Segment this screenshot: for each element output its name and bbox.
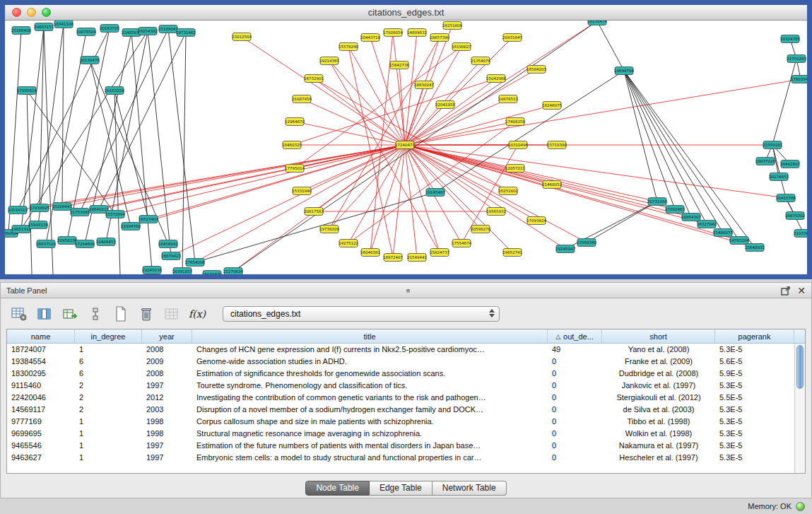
network-node[interactable]: 18310496 (508, 141, 528, 149)
network-node[interactable]: 20391857 (172, 268, 192, 275)
network-node[interactable]: 17654208 (185, 259, 205, 267)
network-node[interactable]: 17926054 (383, 29, 403, 37)
network-node[interactable]: 17284609 (75, 240, 95, 248)
network-graph[interactable]: 2516640920663151183411061987650420163725… (5, 21, 807, 274)
network-node[interactable]: 17092463 (665, 206, 685, 214)
show-columns-icon[interactable] (35, 305, 54, 323)
network-node[interactable]: 19214365 (319, 57, 339, 65)
network-node[interactable]: 18246975 (542, 102, 562, 110)
network-node[interactable]: 17240471 (395, 141, 415, 149)
network-node[interactable]: 15905138 (28, 221, 48, 229)
network-node[interactable]: 18630247 (414, 81, 434, 89)
network-node[interactable]: 18954307 (681, 214, 701, 221)
network-node[interactable]: 14809632 (407, 29, 427, 37)
network-node[interactable]: 19652741 (502, 249, 522, 257)
network-node[interactable]: 18837026 (755, 158, 775, 165)
network-node[interactable]: 18523407 (139, 216, 158, 223)
network-node[interactable]: 15648932 (745, 244, 765, 252)
network-node[interactable]: 15042968 (486, 75, 506, 83)
table-row[interactable]: 1938455462009Genome-wide association stu… (7, 356, 794, 368)
network-node[interactable]: 17093824 (526, 217, 546, 225)
export-table-icon[interactable] (60, 305, 80, 323)
network-node[interactable]: 16732901 (304, 75, 324, 83)
network-node[interactable]: 14275122 (339, 240, 358, 247)
network-node[interactable]: 15842736 (389, 62, 409, 69)
network-node[interactable]: 18460325 (282, 141, 302, 149)
network-node[interactable]: 16492807 (780, 160, 800, 168)
table-row[interactable]: 1872400712008Changes of HCN gene express… (7, 344, 794, 356)
network-node[interactable]: 21354076 (471, 57, 490, 65)
network-node[interactable]: 12964870 (285, 118, 305, 126)
network-node[interactable]: 20174653 (769, 173, 789, 181)
network-node[interactable]: 18341106 (54, 21, 73, 28)
network-node[interactable]: 12057211 (505, 165, 525, 173)
network-table-select[interactable]: citations_edges.txt (223, 306, 500, 322)
network-node[interactable]: 20163725 (100, 25, 119, 33)
network-node[interactable]: 21094768 (121, 223, 141, 230)
network-node[interactable]: 25166409 (11, 27, 31, 35)
table-panel-header[interactable]: Table Panel ✕ (1, 283, 811, 298)
network-node[interactable]: 21468052 (542, 181, 562, 189)
network-node[interactable]: 17603941 (791, 76, 807, 83)
network-node[interactable]: 18456092 (158, 240, 178, 248)
network-node[interactable]: 17095824 (17, 87, 37, 95)
import-table-icon[interactable] (162, 305, 182, 323)
network-node[interactable]: 20443718 (360, 34, 380, 42)
table-scrollbar[interactable] (794, 344, 805, 473)
column-header-year[interactable]: year (142, 329, 192, 343)
window-titlebar[interactable]: citations_edges.txt (5, 5, 807, 21)
function-builder-icon[interactable]: f(x) (187, 305, 207, 323)
column-header-short[interactable]: short (602, 329, 715, 343)
network-node[interactable]: 20817563 (304, 208, 324, 216)
network-node[interactable]: 17408259 (505, 118, 525, 126)
column-header-name[interactable]: name (7, 329, 75, 343)
close-window-button[interactable] (12, 8, 21, 17)
network-node[interactable]: 15578240 (339, 43, 358, 51)
network-node[interactable]: 17795014 (285, 165, 305, 173)
splitter-handle[interactable] (406, 289, 410, 293)
network-node[interactable]: 22041955 (435, 101, 455, 109)
network-node[interactable]: 21033654 (794, 230, 807, 238)
network-node[interactable]: 19565931 (486, 208, 506, 216)
network-node[interactable]: 20163258 (105, 87, 124, 95)
network-node[interactable]: 17554674 (452, 240, 471, 247)
network-node[interactable]: 16046381 (360, 249, 380, 257)
network-node[interactable]: 21486075 (713, 229, 733, 237)
network-node[interactable]: 19763204 (729, 237, 749, 245)
network-node[interactable]: 16584203 (526, 66, 546, 74)
column-header-pagerank[interactable]: pagerank (715, 329, 794, 343)
table-row[interactable]: 1456911722003Disruption of a novel membe… (7, 404, 794, 416)
tab-edge-table[interactable]: Edge Table (370, 481, 433, 496)
column-header-in-degree[interactable]: in_degree (75, 329, 142, 343)
network-node[interactable]: 23012584 (232, 33, 252, 41)
scrollbar-thumb[interactable] (796, 345, 804, 389)
close-panel-icon[interactable]: ✕ (797, 286, 806, 296)
network-node[interactable]: 16054382 (138, 28, 158, 35)
column-header-out-degree[interactable]: △ out_de... (548, 329, 602, 343)
network-node[interactable]: 20731958 (647, 198, 667, 206)
table-row[interactable]: 911546021997Tourette syndrome. Phenomeno… (7, 380, 794, 392)
network-node[interactable]: 15824737 (430, 249, 449, 257)
network-node[interactable]: 22750283 (787, 55, 806, 63)
network-node[interactable]: 19145467 (425, 189, 445, 197)
network-node[interactable]: 19245036 (142, 267, 162, 274)
tab-network-table[interactable]: Network Table (433, 481, 507, 496)
table-row[interactable]: 977716911998Corpus callosum shape and si… (7, 416, 794, 428)
network-node[interactable]: 16251809 (442, 22, 462, 30)
network-node[interactable]: 18130474 (587, 21, 607, 25)
network-node[interactable]: 19406853 (96, 238, 116, 246)
network-node[interactable]: 18657390 (430, 34, 449, 42)
network-node[interactable]: 19648794 (614, 67, 634, 75)
tab-node-table[interactable]: Node Table (305, 481, 370, 496)
network-node[interactable]: 15719380 (547, 141, 567, 149)
table-row[interactable]: 1830029562008Estimation of significance … (7, 368, 794, 380)
network-node[interactable]: 20130476 (80, 57, 100, 64)
network-node[interactable]: 16251802 (498, 187, 518, 195)
table-row[interactable]: 946362711997Embryonic stem cells: a mode… (7, 452, 794, 464)
table-options-icon[interactable] (9, 305, 29, 323)
delete-column-icon[interactable] (136, 305, 156, 323)
network-node[interactable]: 20415786 (776, 194, 796, 202)
network-node[interactable]: 16837520 (36, 240, 56, 248)
network-node[interactable]: 15331948 (292, 187, 312, 195)
network-node[interactable]: 21559181 (763, 141, 782, 149)
